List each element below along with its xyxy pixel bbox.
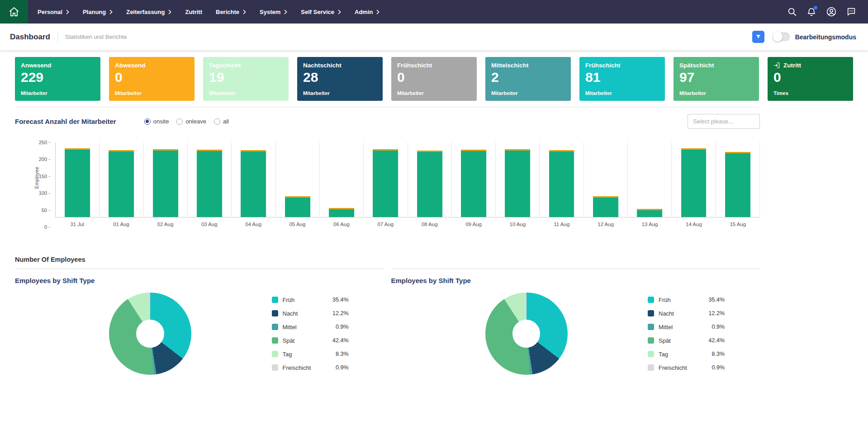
page-header: Dashboard Statistiken und Berichte Bearb… <box>0 24 868 50</box>
dashboard-content: Anwesend229MitarbeiterAbwesend0Mitarbeit… <box>0 57 868 375</box>
nav-item-admin[interactable]: Admin <box>348 0 386 24</box>
kpi-card-7: Spätschicht97Mitarbeiter <box>674 57 759 101</box>
forecast-title: Forecast Anzahl der Mitarbeiter <box>15 118 116 125</box>
legend-swatch <box>272 324 278 330</box>
kpi-label: Abwesend <box>115 62 146 69</box>
donut-legend: Früh35.4%Nacht12.2%Mittel0.9%Spät42.4%Ta… <box>648 293 725 374</box>
legend-label: Tag <box>283 351 292 358</box>
bar-10-aug <box>505 149 530 217</box>
radio-onleave[interactable]: onleave <box>176 118 206 125</box>
chevron-right-icon <box>376 9 379 14</box>
radio-button-icon <box>144 118 151 125</box>
donut-hole <box>136 320 164 348</box>
kpi-unit: Times <box>773 90 847 96</box>
search-icon[interactable] <box>787 7 797 17</box>
kpi-label: Anwesend <box>21 62 52 69</box>
nav-item-self-service[interactable]: Self Service <box>294 0 348 24</box>
chat-icon[interactable] <box>846 7 856 17</box>
kpi-value: 81 <box>585 70 659 85</box>
kpi-unit: Mitarbeiter <box>491 90 565 96</box>
legend-label: Nacht <box>659 310 674 317</box>
nav-item-berichte[interactable]: Berichte <box>209 0 253 24</box>
y-tick-label: 100 <box>39 190 47 196</box>
legend-label: Mittel <box>283 324 297 331</box>
home-button[interactable] <box>0 0 28 24</box>
x-tick-label: 06 Aug <box>319 222 363 227</box>
chevron-right-icon <box>284 9 287 14</box>
bar-cell <box>672 142 716 217</box>
kpi-card-header: Frühschicht <box>397 62 471 69</box>
radio-all[interactable]: all <box>214 118 229 125</box>
chart-plot <box>55 142 760 217</box>
legend-swatch <box>272 337 278 344</box>
donut-chart <box>109 293 191 375</box>
nav-item-system[interactable]: System <box>253 0 294 24</box>
legend-label: Früh <box>659 297 671 303</box>
kpi-value: 2 <box>491 70 565 85</box>
header-divider <box>57 33 58 42</box>
chevron-right-icon <box>338 9 341 14</box>
main-nav: PersonalPlanungZeiterfassungZutrittBeric… <box>31 0 386 24</box>
legend-swatch <box>272 310 278 316</box>
kpi-unit: Mitarbeiter <box>209 90 283 96</box>
legend-item: Nacht12.2% <box>648 307 725 320</box>
kpi-value: 0 <box>397 70 471 85</box>
x-tick-label: 13 Aug <box>628 222 672 227</box>
notifications-icon[interactable] <box>806 7 816 17</box>
select-placeholder: Select please... <box>693 118 733 125</box>
nav-item-zutritt[interactable]: Zutritt <box>178 0 209 24</box>
legend-item: Nacht12.2% <box>272 307 349 320</box>
x-tick-label: 11 Aug <box>540 222 583 227</box>
bar-cell <box>628 142 672 217</box>
kpi-card-header: Frühschicht <box>585 62 659 69</box>
kpi-card-header: Tagschicht <box>209 62 283 69</box>
legend-label: Freischicht <box>283 364 311 371</box>
nav-item-label: Zutritt <box>185 9 202 15</box>
donut-body: Früh35.4%Nacht12.2%Mittel0.9%Spät42.4%Ta… <box>391 293 760 375</box>
radio-onsite[interactable]: onsite <box>144 118 169 125</box>
nav-item-zeiterfassung[interactable]: Zeiterfassung <box>119 0 178 24</box>
breadcrumb: Statistiken und Berichte <box>65 33 127 40</box>
bar-cell <box>100 142 143 217</box>
bar-cell <box>56 142 100 217</box>
kpi-card-3: Nachtschicht28Mitarbeiter <box>297 57 383 101</box>
home-icon <box>9 6 19 17</box>
legend-pct: 42.4% <box>709 337 725 344</box>
chevron-right-icon <box>243 9 246 14</box>
legend-item: Mittel0.9% <box>648 320 725 334</box>
legend-pct: 35.4% <box>709 297 725 303</box>
legend-label: Mittel <box>659 324 673 331</box>
filter-button[interactable] <box>752 31 764 43</box>
bar-cell <box>716 142 760 217</box>
forecast-select[interactable]: Select please... <box>688 114 760 129</box>
bar-15-aug <box>725 152 750 217</box>
top-navbar: PersonalPlanungZeiterfassungZutrittBeric… <box>0 0 868 24</box>
bar-07-aug <box>373 149 398 217</box>
account-icon[interactable] <box>826 6 837 17</box>
legend-label: Spät <box>659 337 671 344</box>
donut-title: Employees by Shift Type <box>391 277 760 284</box>
nav-item-planung[interactable]: Planung <box>76 0 119 24</box>
legend-pct: 0.9% <box>712 364 725 371</box>
legend-item: Spät42.4% <box>272 334 349 347</box>
kpi-value: 97 <box>679 70 753 85</box>
zutritt-icon <box>773 62 780 69</box>
kpi-unit: Mitarbeiter <box>397 90 471 96</box>
bar-11-aug <box>549 150 574 217</box>
legend-pct: 42.4% <box>332 337 348 344</box>
y-tick-label: 0 <box>44 224 47 230</box>
chevron-right-icon <box>109 9 113 14</box>
edit-mode-toggle[interactable] <box>773 33 790 41</box>
x-tick-label: 10 Aug <box>496 222 540 227</box>
radio-button-icon <box>214 118 220 125</box>
x-tick-label: 12 Aug <box>584 222 628 227</box>
x-tick-label: 03 Aug <box>187 222 231 227</box>
bar-03-aug <box>197 150 222 217</box>
bar-cell <box>452 142 496 217</box>
bar-cell <box>144 142 188 217</box>
bar-cell <box>188 142 232 217</box>
nav-item-personal[interactable]: Personal <box>31 0 76 24</box>
kpi-value: 19 <box>209 70 283 85</box>
legend-label: Spät <box>283 337 295 344</box>
y-tick-label: 250 <box>39 140 47 145</box>
